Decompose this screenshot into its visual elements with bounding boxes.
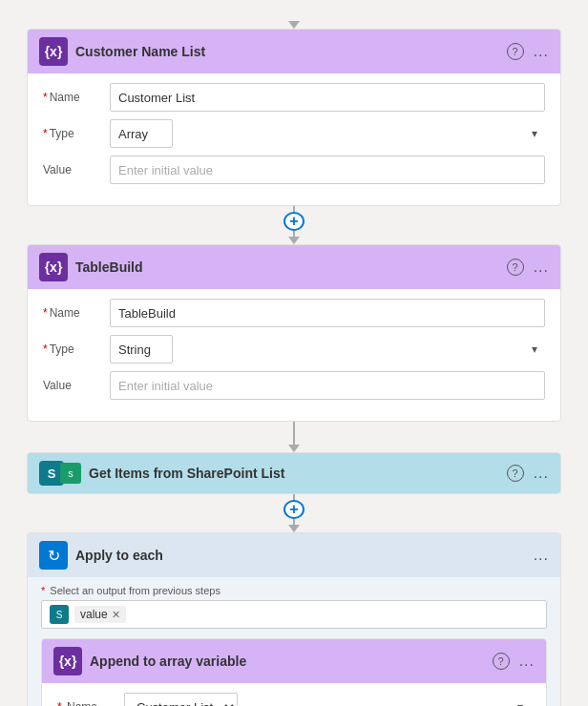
card1-help-button[interactable]: ? xyxy=(507,43,524,60)
inner-card-header: {x} Append to array variable ? ... xyxy=(42,639,546,683)
inner-card-actions: ? ... xyxy=(493,653,535,670)
card2-icon: {x} xyxy=(39,253,68,281)
card1-body: *Name *Type Array String Boolean Float I… xyxy=(28,73,560,205)
inner-card-icon: {x} xyxy=(53,647,82,675)
card1-value-input[interactable] xyxy=(110,156,545,184)
card3-title: Get Items from SharePoint List xyxy=(89,466,499,481)
connector-2 xyxy=(288,422,300,452)
top-arrow-head xyxy=(288,21,300,29)
customer-name-list-card: {x} Customer Name List ? ... *Name * xyxy=(27,29,561,206)
conn1-arrow xyxy=(288,237,300,244)
card4-tag-close-icon[interactable]: ✕ xyxy=(112,609,120,621)
inner-name-label: * Name xyxy=(57,700,124,706)
card2-help-button[interactable]: ? xyxy=(507,259,524,276)
apply-to-each-card: ↻ Apply to each ... * Select an output f… xyxy=(27,532,561,706)
top-connector xyxy=(288,10,300,29)
card1-type-chevron-icon: ▾ xyxy=(532,127,537,140)
card2-name-row: *Name xyxy=(43,299,545,327)
card1-name-input[interactable] xyxy=(110,83,545,112)
card1-type-row: *Type Array String Boolean Float Integer… xyxy=(43,119,545,148)
card4-input-row[interactable]: S value ✕ xyxy=(41,600,547,629)
inner-name-chevron-icon: ▾ xyxy=(517,700,523,706)
inner-card-title: Append to array variable xyxy=(90,654,485,669)
inner-card-help-button[interactable]: ? xyxy=(493,653,510,670)
card2-more-button[interactable]: ... xyxy=(534,259,549,276)
card2-name-input[interactable] xyxy=(110,299,545,327)
card1-icon: {x} xyxy=(39,37,68,66)
conn3-arrow xyxy=(288,525,300,532)
card2-type-label: *Type xyxy=(43,343,110,356)
card3-help-button[interactable]: ? xyxy=(507,465,524,482)
card2-type-chevron-icon: ▾ xyxy=(532,343,537,356)
card3-header: S s Get Items from SharePoint List ? ... xyxy=(28,453,560,493)
card1-type-select[interactable]: Array String Boolean Float Integer Objec… xyxy=(110,119,173,148)
card1-value-row: Value xyxy=(43,156,545,184)
inner-card-body: * Name Customer List TableBuild ▾ xyxy=(42,683,546,706)
inner-name-row: * Name Customer List TableBuild ▾ xyxy=(57,693,531,706)
card2-title: TableBuild xyxy=(75,260,499,275)
conn2-line xyxy=(293,422,295,445)
card4-more-button[interactable]: ... xyxy=(534,547,549,564)
append-array-card: {x} Append to array variable ? ... * xyxy=(41,638,547,706)
connector-1: + xyxy=(284,206,304,244)
card2-icon-label: {x} xyxy=(45,260,63,275)
card2-name-label: *Name xyxy=(43,306,110,320)
card2-body: *Name *Type String Array Boolean Float I… xyxy=(28,289,560,421)
card4-token-icon: S xyxy=(50,605,69,624)
main-canvas: {x} Customer Name List ? ... *Name * xyxy=(0,0,588,706)
card1-header: {x} Customer Name List ? ... xyxy=(28,30,560,73)
card4-actions: ... xyxy=(534,547,549,564)
card2-actions: ? ... xyxy=(507,259,549,276)
tablebuild-card: {x} TableBuild ? ... *Name *Type xyxy=(27,244,561,422)
card1-type-label: *Type xyxy=(43,127,110,140)
card3-icon-s2: s xyxy=(60,463,81,484)
card2-type-select[interactable]: String Array Boolean Float Integer Objec… xyxy=(110,335,173,363)
sharepoint-card: S s Get Items from SharePoint List ? ... xyxy=(27,452,561,494)
card2-type-row: *Type String Array Boolean Float Integer… xyxy=(43,335,545,363)
conn1-plus-button[interactable]: + xyxy=(284,212,304,231)
card1-name-label: *Name xyxy=(43,91,110,104)
card2-value-row: Value xyxy=(43,371,545,400)
inner-name-select-wrapper: Customer List TableBuild ▾ xyxy=(124,693,531,706)
card1-value-label: Value xyxy=(43,163,110,176)
card2-header: {x} TableBuild ? ... xyxy=(28,245,560,289)
card4-header: ↻ Apply to each ... xyxy=(28,533,560,577)
card4-body: * Select an output from previous steps S… xyxy=(28,577,560,706)
inner-name-select[interactable]: Customer List TableBuild xyxy=(124,693,238,706)
card4-value-tag: value ✕ xyxy=(74,606,126,623)
inner-card-more-button[interactable]: ... xyxy=(519,653,535,670)
card4-select-label: * Select an output from previous steps xyxy=(41,585,547,596)
card3-more-button[interactable]: ... xyxy=(534,465,549,482)
card4-title: Apply to each xyxy=(75,548,526,563)
card4-icon: ↻ xyxy=(39,541,68,570)
card2-type-select-wrapper: String Array Boolean Float Integer Objec… xyxy=(110,335,545,363)
conn3-plus-button[interactable]: + xyxy=(284,500,304,519)
card1-actions: ? ... xyxy=(507,43,549,60)
card1-title: Customer Name List xyxy=(75,44,499,59)
card1-icon-label: {x} xyxy=(45,44,63,59)
card1-name-row: *Name xyxy=(43,83,545,112)
conn2-arrow xyxy=(288,445,300,452)
card3-actions: ? ... xyxy=(507,465,549,482)
card2-value-label: Value xyxy=(43,379,110,392)
card1-type-select-wrapper: Array String Boolean Float Integer Objec… xyxy=(110,119,545,148)
card1-more-button[interactable]: ... xyxy=(534,43,549,60)
connector-3: + xyxy=(284,494,304,532)
card2-value-input[interactable] xyxy=(110,371,545,400)
